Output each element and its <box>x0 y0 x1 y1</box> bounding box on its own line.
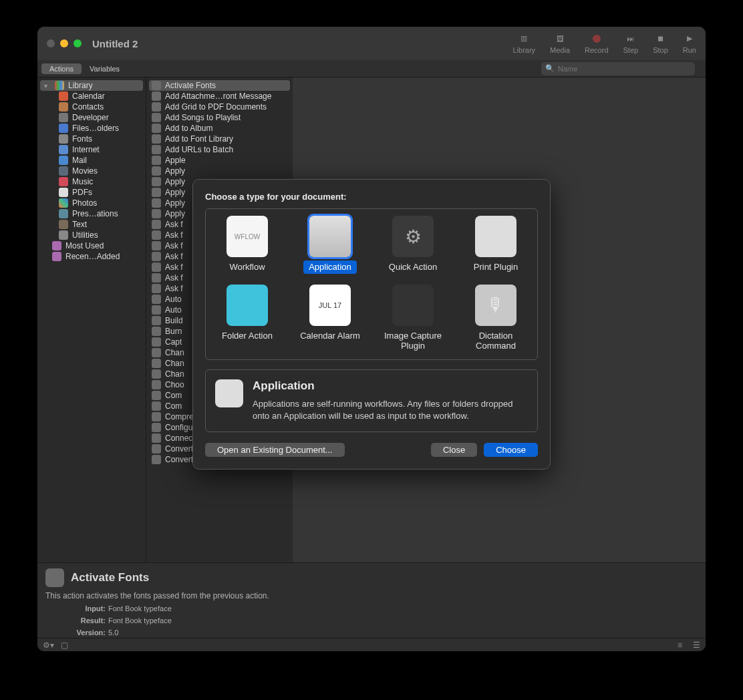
category-icon <box>59 92 68 101</box>
actions-tab[interactable]: Actions <box>41 63 82 74</box>
library-item[interactable]: Developer <box>40 112 143 123</box>
search-input[interactable] <box>558 65 691 73</box>
document-type-option[interactable]: WFLOWWorkflow <box>206 214 289 275</box>
folder-icon <box>52 252 61 261</box>
close-window-button[interactable] <box>47 39 55 47</box>
action-icon <box>152 188 161 197</box>
library-item[interactable]: Music <box>40 176 143 187</box>
type-grid: WFLOWWorkflowApplication⚙Quick ActionPri… <box>205 208 538 360</box>
action-row[interactable]: Add URLs to Batch <box>149 144 290 155</box>
action-icon <box>152 348 161 357</box>
action-icon <box>152 444 161 454</box>
action-icon <box>152 145 161 154</box>
type-icon: WFLOW <box>227 216 268 257</box>
action-row[interactable]: Apple <box>149 155 290 166</box>
step-toolbar-button[interactable]: ⏭ Step <box>623 33 639 54</box>
action-label: Chan <box>165 359 184 368</box>
library-item-label: Files…olders <box>72 124 119 133</box>
library-item[interactable]: Files…olders <box>40 123 143 134</box>
library-item[interactable]: Pres…ations <box>40 208 143 219</box>
open-existing-button[interactable]: Open an Existing Document... <box>205 443 345 457</box>
type-label: Application <box>303 260 357 274</box>
action-label: Ask f <box>165 252 183 261</box>
library-item[interactable]: Calendar <box>40 91 143 102</box>
document-type-option[interactable]: Application <box>289 214 372 275</box>
library-smart-folder[interactable]: Most Used <box>40 240 143 251</box>
document-type-option[interactable]: Folder Action <box>206 283 289 354</box>
document-type-option[interactable]: 🎙Dictation Command <box>454 283 537 354</box>
library-root[interactable]: ▾ Library <box>40 80 143 91</box>
type-description-box: Application Applications are self-runnin… <box>205 369 538 432</box>
library-item[interactable]: Text <box>40 219 143 230</box>
document-type-option[interactable]: Print Plugin <box>454 214 537 275</box>
library-smart-folder[interactable]: Recen…Added <box>40 251 143 262</box>
media-toolbar-button[interactable]: 🖼 Media <box>550 33 570 54</box>
action-row[interactable]: Add to Album <box>149 123 290 134</box>
action-row[interactable]: Apply <box>149 166 290 176</box>
action-icon <box>152 241 161 250</box>
library-toolbar-button[interactable]: ▥ Library <box>512 33 535 54</box>
action-icon <box>152 113 161 122</box>
library-item-label: Contacts <box>72 102 104 112</box>
document-type-option[interactable]: ⚙Quick Action <box>372 214 454 275</box>
document-type-option[interactable]: JUL 17Calendar Alarm <box>289 283 372 354</box>
run-toolbar-button[interactable]: ▶ Run <box>683 33 696 54</box>
action-label: Add Grid to PDF Documents <box>165 102 267 112</box>
type-label: Print Plugin <box>468 260 523 274</box>
flow-view-icon[interactable]: ☰ <box>693 641 700 650</box>
choose-button[interactable]: Choose <box>484 443 538 457</box>
type-icon <box>309 216 351 257</box>
action-label: Chan <box>165 348 184 357</box>
library-item[interactable]: PDFs <box>40 187 143 198</box>
list-view-icon[interactable]: ≡ <box>678 641 682 650</box>
action-label: Apply <box>165 209 185 218</box>
info-icon[interactable]: ▢ <box>61 641 68 650</box>
library-item[interactable]: Fonts <box>40 134 143 144</box>
action-row[interactable]: Add Songs to Playlist <box>149 112 290 123</box>
action-icon <box>152 166 161 176</box>
statusbar: ⚙︎▾ ▢ ≡ ☰ <box>37 638 706 651</box>
library-item-label: Most Used <box>65 241 104 250</box>
library-item[interactable]: Utilities <box>40 230 143 240</box>
action-label: Apply <box>165 188 185 197</box>
library-item[interactable]: Movies <box>40 166 143 176</box>
record-icon <box>591 33 603 44</box>
category-icon <box>59 156 68 165</box>
action-label: Ask f <box>165 230 183 240</box>
action-icon <box>152 359 161 368</box>
action-icon <box>152 124 161 133</box>
library-item[interactable]: Internet <box>40 144 143 155</box>
action-label: Apply <box>165 198 185 208</box>
action-label: Add Attachme…ront Message <box>165 92 271 101</box>
action-row[interactable]: Activate Fonts <box>149 80 290 91</box>
library-sidebar: ▾ Library CalendarContactsDeveloperFiles… <box>37 77 146 562</box>
action-icon <box>152 433 161 443</box>
minimize-window-button[interactable] <box>60 39 68 47</box>
action-label: Choo <box>165 380 184 389</box>
action-row[interactable]: Add to Font Library <box>149 134 290 144</box>
gear-icon[interactable]: ⚙︎▾ <box>43 641 54 650</box>
library-item-label: Pres…ations <box>72 209 118 218</box>
action-label: Ask f <box>165 220 183 229</box>
library-item-label: Utilities <box>72 230 98 240</box>
search-field[interactable]: 🔍 <box>541 62 695 75</box>
library-item-label: Text <box>72 220 87 229</box>
action-icon <box>152 412 161 421</box>
document-type-option[interactable]: Image Capture Plugin <box>372 283 454 354</box>
action-row[interactable]: Add Attachme…ront Message <box>149 91 290 102</box>
library-item[interactable]: Mail <box>40 155 143 166</box>
library-item[interactable]: Contacts <box>40 102 143 112</box>
stop-toolbar-button[interactable]: ◼ Stop <box>653 33 668 54</box>
application-icon <box>215 379 243 407</box>
detail-description: This action activates the fonts passed f… <box>45 591 698 600</box>
library-item[interactable]: Photos <box>40 198 143 208</box>
maximize-window-button[interactable] <box>73 39 82 47</box>
library-item-label: PDFs <box>72 188 92 197</box>
close-button[interactable]: Close <box>431 443 477 457</box>
record-toolbar-button[interactable]: Record <box>585 33 608 54</box>
action-icon <box>152 295 161 304</box>
action-icon <box>152 262 161 272</box>
action-row[interactable]: Add Grid to PDF Documents <box>149 102 290 112</box>
library-item-label: Mail <box>72 156 87 165</box>
variables-tab[interactable]: Variables <box>82 63 128 74</box>
